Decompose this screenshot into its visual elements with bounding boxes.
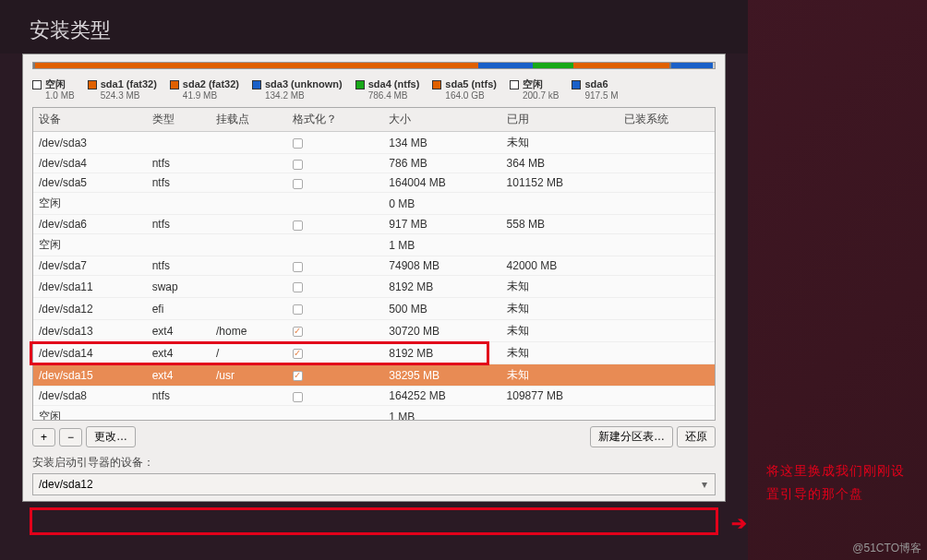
table-cell <box>619 215 715 234</box>
usage-segment <box>533 63 573 68</box>
table-cell: 164252 MB <box>383 387 500 406</box>
format-checkbox[interactable] <box>293 179 303 189</box>
column-header[interactable]: 设备 <box>33 108 147 132</box>
table-row[interactable]: /dev/sda3134 MB未知 <box>33 132 715 154</box>
bootloader-label: 安装启动引导器的设备： <box>32 455 716 471</box>
new-partition-table-button[interactable]: 新建分区表… <box>590 426 673 447</box>
table-cell <box>287 320 383 342</box>
arrow-icon: ➔ <box>731 512 747 534</box>
table-cell: /home <box>211 320 287 342</box>
table-cell <box>619 154 715 173</box>
revert-button[interactable]: 还原 <box>677 426 716 447</box>
table-cell <box>287 154 383 173</box>
legend-item: sda4 (ntfs)786.4 MB <box>355 78 420 101</box>
table-row[interactable]: /dev/sda11swap8192 MB未知 <box>33 276 715 298</box>
table-cell <box>211 173 287 193</box>
table-cell <box>211 132 287 154</box>
table-row[interactable]: /dev/sda7ntfs74908 MB42000 MB <box>33 256 715 276</box>
partition-table: 设备类型挂载点格式化？大小已用已装系统 /dev/sda3134 MB未知/de… <box>33 108 715 421</box>
format-checkbox[interactable] <box>293 327 303 337</box>
table-cell <box>147 406 211 422</box>
table-row[interactable]: /dev/sda4ntfs786 MB364 MB <box>33 154 715 173</box>
table-cell: 未知 <box>501 364 619 387</box>
usage-segment <box>573 63 668 68</box>
legend-swatch <box>355 80 365 89</box>
format-checkbox[interactable] <box>293 349 303 359</box>
legend-swatch <box>572 80 581 89</box>
table-cell: swap <box>147 276 211 298</box>
table-cell <box>287 276 383 298</box>
table-row[interactable]: 空闲0 MB <box>33 193 715 215</box>
disk-usage-bar <box>32 62 716 69</box>
column-header[interactable]: 格式化？ <box>287 108 383 132</box>
table-header-row: 设备类型挂载点格式化？大小已用已装系统 <box>33 108 715 132</box>
table-cell: ntfs <box>147 154 211 173</box>
usage-segment <box>410 63 478 68</box>
table-row[interactable]: /dev/sda8ntfs164252 MB109877 MB <box>33 387 715 406</box>
annotation-text: 将这里换成我们刚刚设置引导的那个盘 <box>766 459 914 506</box>
table-cell <box>287 387 383 406</box>
table-cell: 未知 <box>501 320 619 342</box>
table-cell: 164004 MB <box>383 173 500 193</box>
column-header[interactable]: 大小 <box>383 108 500 132</box>
table-cell: /dev/sda12 <box>33 298 147 320</box>
table-row[interactable]: /dev/sda5ntfs164004 MB101152 MB <box>33 173 715 193</box>
format-checkbox[interactable] <box>293 262 303 272</box>
table-row[interactable]: /dev/sda15ext4/usr38295 MB未知 <box>33 364 715 387</box>
table-cell <box>619 193 715 215</box>
format-checkbox[interactable] <box>293 220 303 231</box>
table-cell: 364 MB <box>501 154 619 173</box>
legend-text: sda1 (fat32)524.3 MB <box>101 78 157 101</box>
table-row[interactable]: /dev/sda14ext4/8192 MB未知 <box>33 342 715 364</box>
table-cell <box>147 234 211 256</box>
format-checkbox[interactable] <box>293 392 303 402</box>
partition-panel: 空闲1.0 MBsda1 (fat32)524.3 MBsda2 (fat32)… <box>22 54 726 502</box>
table-row[interactable]: /dev/sda13ext4/home30720 MB未知 <box>33 320 715 342</box>
table-cell: 未知 <box>501 132 619 154</box>
table-cell <box>619 234 715 256</box>
legend-text: sda3 (unknown)134.2 MB <box>265 78 343 101</box>
table-cell: /dev/sda3 <box>33 132 147 154</box>
column-header[interactable]: 已用 <box>501 108 619 132</box>
usage-segment <box>35 63 410 68</box>
add-button[interactable]: + <box>32 428 55 447</box>
table-row[interactable]: 空闲1 MB <box>33 406 715 422</box>
table-cell: 134 MB <box>383 132 500 154</box>
remove-button[interactable]: − <box>59 428 82 447</box>
table-cell: 未知 <box>501 298 619 320</box>
table-cell: 8192 MB <box>383 342 500 364</box>
table-cell <box>147 132 211 154</box>
partition-table-container[interactable]: 设备类型挂载点格式化？大小已用已装系统 /dev/sda3134 MB未知/de… <box>32 107 716 421</box>
legend-item: sda2 (fat32)41.9 MB <box>170 78 239 101</box>
column-header[interactable]: 类型 <box>147 108 211 132</box>
table-cell: /dev/sda5 <box>33 173 147 193</box>
table-body: /dev/sda3134 MB未知/dev/sda4ntfs786 MB364 … <box>33 132 715 422</box>
format-checkbox[interactable] <box>293 160 303 170</box>
table-cell: 500 MB <box>383 298 500 320</box>
table-cell: efi <box>147 298 211 320</box>
bootloader-value: /dev/sda12 <box>39 478 93 491</box>
table-cell: /dev/sda8 <box>33 387 147 406</box>
change-button[interactable]: 更改… <box>86 426 136 447</box>
table-cell <box>287 406 383 422</box>
table-cell: 8192 MB <box>383 276 500 298</box>
table-row[interactable]: /dev/sda6ntfs917 MB558 MB <box>33 215 715 234</box>
bootloader-select[interactable]: /dev/sda12 <box>32 473 716 495</box>
table-cell <box>211 298 287 320</box>
table-cell: 1 MB <box>383 234 500 256</box>
format-checkbox[interactable] <box>293 304 303 315</box>
table-row[interactable]: /dev/sda12efi500 MB未知 <box>33 298 715 320</box>
table-cell: 558 MB <box>501 215 619 234</box>
format-checkbox[interactable] <box>293 371 303 381</box>
table-cell <box>619 173 715 193</box>
table-cell <box>501 406 619 422</box>
table-cell <box>287 234 383 256</box>
legend-item: sda6917.5 M <box>572 78 618 101</box>
table-row[interactable]: 空闲1 MB <box>33 234 715 256</box>
format-checkbox[interactable] <box>293 138 303 149</box>
column-header[interactable]: 挂载点 <box>211 108 287 132</box>
table-cell <box>287 298 383 320</box>
column-header[interactable]: 已装系统 <box>619 108 715 132</box>
table-cell <box>211 193 287 215</box>
format-checkbox[interactable] <box>293 282 303 292</box>
